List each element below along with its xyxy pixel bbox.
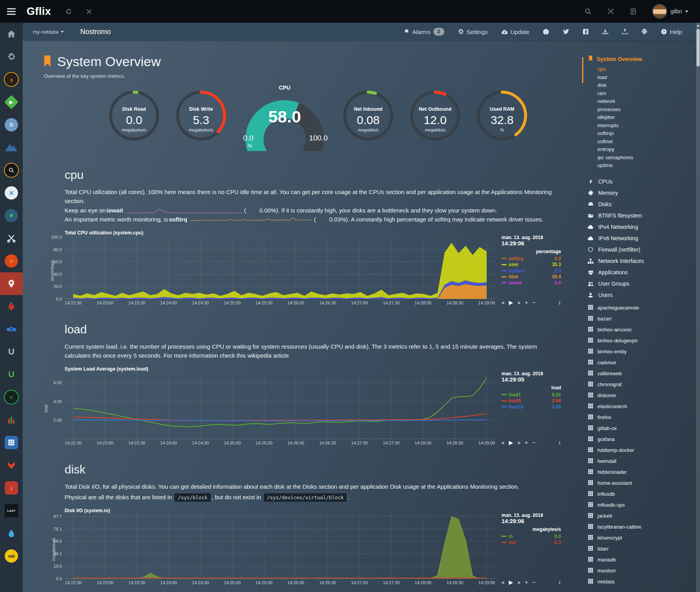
legend-load5[interactable]: load5 2.68 <box>502 398 561 404</box>
menu-app-gitlab-ce[interactable]: gitlab-ce <box>584 423 700 434</box>
play-icon[interactable]: ▶ <box>509 299 513 306</box>
gauge-cpu[interactable]: CPU 58.0 0.0% 100.0 <box>242 85 328 151</box>
zoom-in-icon[interactable]: + <box>525 299 528 306</box>
fullscreen-icon[interactable] <box>607 8 614 15</box>
menu-section-user-groups[interactable]: User Groups <box>584 278 700 290</box>
menu-app-elasticsearch[interactable]: elasticsearch <box>584 401 700 412</box>
pan-forward-icon[interactable]: » <box>518 299 521 306</box>
legend-nice[interactable]: nice 20.4 <box>502 274 561 280</box>
pan-backward-icon[interactable]: « <box>502 579 505 585</box>
menu-sub-disk[interactable]: disk <box>584 81 700 90</box>
help-button[interactable]: ? Help <box>661 29 682 35</box>
scroll-up-arrow-icon[interactable] <box>696 23 700 28</box>
pan-backward-icon[interactable]: « <box>502 299 505 306</box>
cadvisor-bolt-icon[interactable] <box>0 204 23 227</box>
menu-app-influxdb[interactable]: influxdb <box>584 489 700 500</box>
ubuntu-circle-icon[interactable]: ○ <box>0 250 23 272</box>
menu-app-hddtemp-docker[interactable]: hddtemp-docker <box>584 445 700 456</box>
play-icon[interactable]: ▶ <box>509 439 513 446</box>
menu-app-jackett[interactable]: jackett <box>584 511 700 522</box>
menu-section-network-interfaces[interactable]: Network Interfaces <box>584 256 700 267</box>
settings-gear-icon[interactable] <box>0 45 23 68</box>
menu-section-users[interactable]: Users <box>584 290 700 301</box>
zoom-in-icon[interactable]: + <box>525 579 528 585</box>
menu-section-ipv6-networking[interactable]: IPv6 Networking <box>584 233 700 244</box>
export-snapshot-icon[interactable] <box>622 29 628 35</box>
search-icon[interactable] <box>585 8 592 15</box>
jackett-search-icon[interactable] <box>0 159 23 182</box>
changelog-book-icon[interactable] <box>630 8 637 15</box>
menu-sub-cpu[interactable]: cpu <box>584 65 700 74</box>
page-scrollbar[interactable] <box>696 23 700 592</box>
stats-bars-icon[interactable] <box>0 408 23 431</box>
menu-app-chronograf[interactable]: chronograf <box>584 379 700 390</box>
download-icon[interactable]: ↓ <box>0 477 23 499</box>
menu-app-lidarr[interactable]: lidarr <box>584 543 700 554</box>
airsonic-waveform-icon[interactable] <box>0 136 23 159</box>
import-snapshot-icon[interactable] <box>602 29 608 35</box>
github-icon[interactable] <box>543 29 549 35</box>
gauge-disk-write[interactable]: Disk Write 5.3 megabytes/s <box>175 89 227 152</box>
legend-load15[interactable]: load15 2.06 <box>502 404 561 410</box>
blue-tile-icon[interactable] <box>0 431 23 454</box>
menu-system-overview[interactable]: System Overview <box>584 56 700 63</box>
sabnzbd-icon[interactable]: sab <box>0 545 23 567</box>
server-dropdown[interactable]: my-netdata <box>33 29 64 35</box>
pan-forward-icon[interactable]: » <box>518 579 521 585</box>
play-icon[interactable]: ▶ <box>509 579 513 585</box>
menu-app-grafana[interactable]: grafana <box>584 434 700 445</box>
menu-app-letsencrypt[interactable]: letsencrypt <box>584 533 700 543</box>
menu-section-applications[interactable]: Applications <box>584 267 700 278</box>
gauge-disk-read[interactable]: Disk Read 0.0 megabytes/s <box>108 89 161 152</box>
ombi-x-icon[interactable]: × <box>0 182 23 204</box>
menu-sub-load[interactable]: load <box>584 74 700 82</box>
menu-app-influxdb-ups[interactable]: influxdb-ups <box>584 500 700 511</box>
menu-sub-network[interactable]: network <box>584 97 700 106</box>
refresh-icon[interactable] <box>65 8 72 15</box>
menu-app-home-assistant[interactable]: home-assistant <box>584 478 700 489</box>
facebook-icon[interactable] <box>583 29 589 35</box>
menu-app-bazarr[interactable]: bazarr <box>584 313 700 324</box>
menu-app-netdata[interactable]: netdata <box>584 576 700 587</box>
menu-sub-softnet[interactable]: softnet <box>584 138 700 146</box>
menu-sub-uptime[interactable]: uptime <box>584 162 700 170</box>
menu-section-ipv4-networking[interactable]: IPv4 Networking <box>584 221 700 233</box>
chart-toolbar[interactable]: «▶»+−↕ <box>502 579 561 586</box>
organizr-scissors-icon[interactable] <box>0 227 23 250</box>
legend-user[interactable]: user 35.3 <box>502 262 561 268</box>
zoom-out-icon[interactable]: − <box>532 579 536 585</box>
user-menu[interactable]: gilbn <box>652 4 688 19</box>
resize-icon[interactable]: ↕ <box>558 299 561 306</box>
raspberrypi-icon[interactable] <box>0 295 23 318</box>
legend-iowait[interactable]: iowait 0.0 <box>502 280 561 286</box>
menu-app-binhex-emby[interactable]: binhex-emby <box>584 346 700 357</box>
close-icon[interactable] <box>86 9 92 14</box>
menu-sub-entropy[interactable]: entropy <box>584 146 700 154</box>
legend-system[interactable]: system 2.3 <box>502 268 561 274</box>
menu-sub-ram[interactable]: ram <box>584 90 700 98</box>
menu-sub-processes[interactable]: processes <box>584 106 700 114</box>
hamburger-menu-icon[interactable] <box>0 0 23 23</box>
gauge-used-ram[interactable]: Used RAM 32.8 % <box>476 89 529 152</box>
print-icon[interactable] <box>641 29 648 35</box>
menu-app-mariadb[interactable]: mariadb <box>584 554 700 565</box>
green-u-icon[interactable]: U <box>0 363 23 386</box>
menu-sub-ipc-semaphores[interactable]: ipc semaphores <box>584 154 700 162</box>
legend-load1[interactable]: load1 6.51 <box>502 392 561 398</box>
zoom-out-icon[interactable]: − <box>532 439 536 446</box>
pan-forward-icon[interactable]: » <box>518 439 521 446</box>
gauge-net-outbound[interactable]: Net Outbound 12.0 megabits/s <box>409 89 462 152</box>
dark-circle-icon[interactable]: ≈ <box>0 386 23 408</box>
legend-softirq[interactable]: softirq 0.0 <box>502 256 561 262</box>
menu-app-lazylibrarian-calibre[interactable]: lazylibrarian-calibre <box>584 522 700 533</box>
legend-in[interactable]: in 0.0 <box>502 533 561 540</box>
gitlab-flame-icon[interactable] <box>0 454 23 477</box>
resize-icon[interactable]: ↕ <box>558 579 561 585</box>
update-button[interactable]: Update <box>501 29 529 35</box>
menu-section-firewall-netfilter-[interactable]: Firewall (netfilter) <box>584 244 700 256</box>
chart-toolbar[interactable]: «▶»+−↕ <box>502 439 561 446</box>
menu-app-apacheguacamole[interactable]: apacheguacamole <box>584 302 700 313</box>
menu-app-binhex-airsonic[interactable]: binhex-airsonic <box>584 324 700 335</box>
chart-plot-area[interactable]: percentage 100.080.060.040.020.00.0 <box>65 237 495 299</box>
chart-plot-area[interactable]: load 6.004.002.00 <box>65 373 495 439</box>
